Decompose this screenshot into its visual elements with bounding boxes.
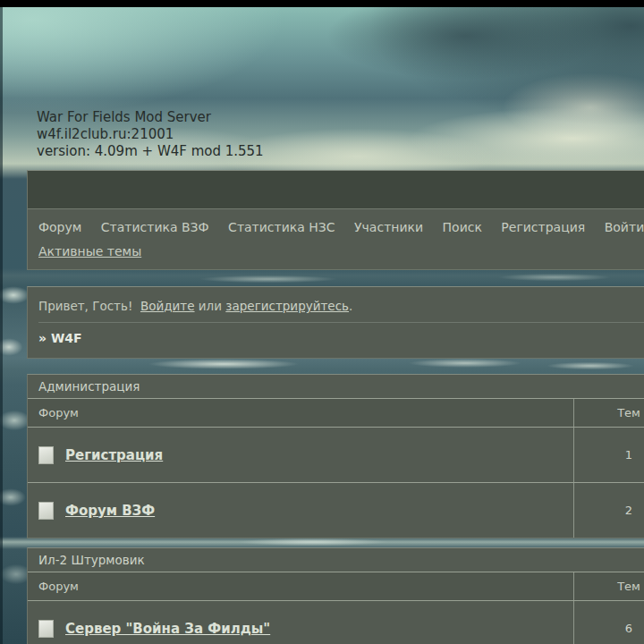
forum-status-icon	[38, 620, 54, 638]
topics-count: 2	[573, 483, 644, 538]
topics-count: 6	[573, 601, 644, 644]
section-il2-sturmovik: Ил-2 Штурмовик Форум Тем Сервер "Война З…	[27, 547, 644, 644]
left-edge-shadow	[0, 0, 3, 644]
forum-link-server-w4f[interactable]: Сервер "Война За Филды"	[65, 621, 270, 637]
forum-status-icon	[38, 502, 54, 520]
column-header-forum: Форум	[28, 572, 573, 600]
nav-item-search[interactable]: Поиск	[443, 220, 482, 234]
section-title: Ил-2 Штурмовик	[28, 548, 644, 572]
page-column: Форум Статистика ВЗФ Статистика НЗС Учас…	[27, 170, 644, 644]
section-administration: Администрация Форум Тем Регистрация 1 Фо…	[27, 374, 644, 538]
nav-item-members[interactable]: Участники	[354, 220, 423, 234]
site-title: War For Fields Mod Server	[37, 109, 264, 126]
forum-page: War For Fields Mod Server w4f.il2club.ru…	[0, 0, 644, 644]
table-header-row: Форум Тем	[28, 399, 644, 428]
site-address: w4f.il2club.ru:21001	[37, 126, 264, 143]
table-row: Регистрация 1	[28, 428, 644, 483]
greeting-period: .	[349, 299, 352, 313]
register-link[interactable]: зарегистрируйтесь	[225, 299, 349, 313]
table-row: Форум ВЗФ 2	[28, 483, 644, 538]
greeting-text: Привет, Гость!	[38, 299, 132, 313]
column-header-topics: Тем	[573, 399, 644, 427]
site-version: version: 4.09m + W4F mod 1.551	[37, 143, 264, 160]
nav-banner-strip	[28, 171, 644, 209]
column-header-forum: Форум	[28, 399, 573, 427]
site-header: War For Fields Mod Server w4f.il2club.ru…	[37, 109, 264, 160]
active-topics-link[interactable]: Активные темы	[38, 244, 141, 258]
top-black-bar	[0, 0, 644, 7]
column-header-topics: Тем	[573, 572, 644, 600]
nav-item-stats-vzf[interactable]: Статистика ВЗФ	[101, 220, 209, 234]
table-header-row: Форум Тем	[28, 572, 644, 601]
table-row: Сервер "Война За Филды" 6	[28, 601, 644, 644]
nav-item-forum[interactable]: Форум	[38, 220, 81, 234]
greeting-panel: Привет, Гость! Войдите или зарегистрируй…	[27, 286, 644, 359]
section-title: Администрация	[28, 375, 644, 399]
forum-link-vzf[interactable]: Форум ВЗФ	[65, 503, 155, 519]
topics-count: 1	[573, 428, 644, 482]
breadcrumb: » W4F	[28, 323, 644, 345]
breadcrumb-label: W4F	[51, 331, 82, 345]
nav-item-stats-nzs[interactable]: Статистика НЗС	[228, 220, 335, 234]
active-topics-row: Активные темы	[28, 234, 644, 258]
forum-link-registration[interactable]: Регистрация	[65, 447, 163, 463]
forum-status-icon	[38, 446, 54, 464]
nav-item-register[interactable]: Регистрация	[501, 220, 585, 234]
nav-panel: Форум Статистика ВЗФ Статистика НЗС Учас…	[27, 170, 644, 270]
login-link[interactable]: Войдите	[140, 299, 195, 313]
main-nav: Форум Статистика ВЗФ Статистика НЗС Учас…	[28, 209, 644, 234]
greeting-or: или	[199, 299, 222, 313]
greeting-line: Привет, Гость! Войдите или зарегистрируй…	[28, 287, 644, 313]
nav-item-login[interactable]: Войти	[605, 220, 644, 234]
breadcrumb-arrow-icon: »	[38, 331, 47, 345]
